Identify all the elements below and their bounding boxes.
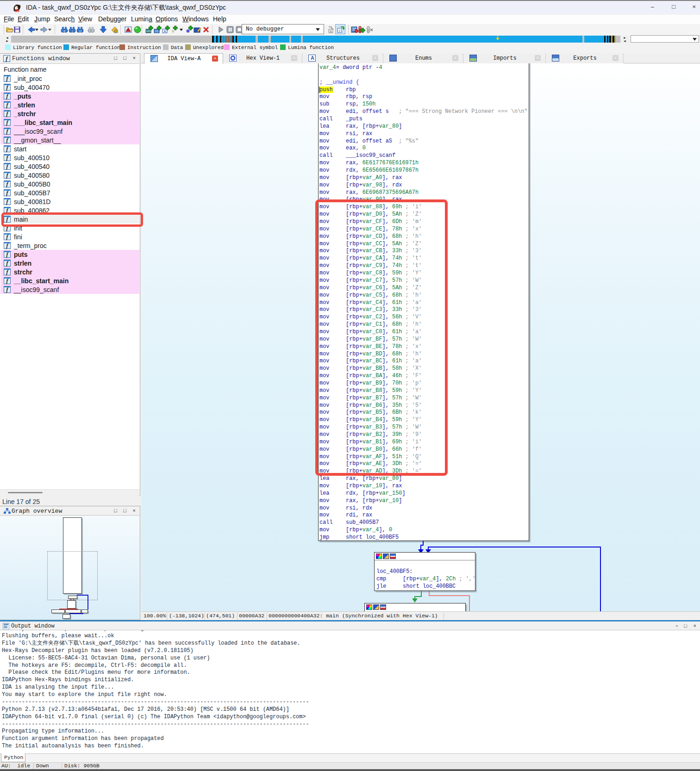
svg-text:c: c — [339, 29, 341, 32]
svg-text:64: 64 — [15, 8, 19, 13]
svg-text:13: 13 — [79, 30, 81, 32]
svg-text:'s: 's — [171, 29, 174, 33]
svg-text:c: c — [330, 30, 332, 33]
svg-text:A: A — [164, 30, 166, 33]
